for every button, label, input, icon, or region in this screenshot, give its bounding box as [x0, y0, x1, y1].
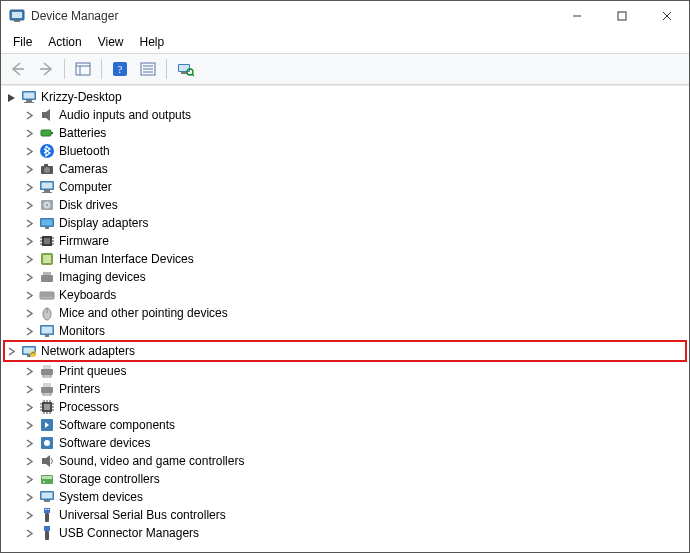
tree-row[interactable]: Audio inputs and outputs	[3, 106, 687, 124]
svg-rect-98	[44, 508, 50, 513]
tree-row[interactable]: Sound, video and game controllers	[3, 452, 687, 470]
svg-rect-91	[42, 458, 46, 464]
expand-icon[interactable]	[23, 491, 35, 503]
device-tree[interactable]: Krizzy-Desktop Audio inputs and outputsB…	[1, 85, 689, 552]
tree-row[interactable]: Print queues	[3, 362, 687, 380]
back-button[interactable]	[5, 56, 31, 82]
tree-row[interactable]: Network adapters	[3, 340, 687, 362]
menu-help[interactable]: Help	[132, 33, 173, 51]
svg-rect-43	[45, 227, 49, 229]
expand-icon[interactable]	[23, 109, 35, 121]
swdev-icon	[39, 435, 55, 451]
printer-icon	[39, 381, 55, 397]
hid-icon	[39, 251, 55, 267]
camera-icon	[39, 161, 55, 177]
properties-button[interactable]	[135, 56, 161, 82]
expand-icon[interactable]	[23, 437, 35, 449]
svg-rect-4	[618, 12, 626, 20]
storage-icon	[39, 471, 55, 487]
disk-icon	[39, 197, 55, 213]
expand-icon[interactable]	[23, 127, 35, 139]
svg-rect-68	[41, 369, 53, 375]
svg-rect-36	[44, 190, 50, 192]
svg-rect-96	[42, 493, 53, 499]
titlebar: Device Manager	[1, 1, 689, 31]
expand-icon[interactable]	[23, 509, 35, 521]
expand-icon[interactable]	[23, 455, 35, 467]
tree-row[interactable]: Storage controllers	[3, 470, 687, 488]
expand-icon[interactable]	[23, 383, 35, 395]
forward-button[interactable]	[33, 56, 59, 82]
expand-icon[interactable]	[23, 145, 35, 157]
expand-icon[interactable]	[23, 289, 35, 301]
expand-icon[interactable]	[23, 217, 35, 229]
help-button[interactable]: ?	[107, 56, 133, 82]
expand-icon[interactable]	[23, 325, 35, 337]
expand-icon[interactable]	[23, 401, 35, 413]
show-list-button[interactable]	[70, 56, 96, 82]
maximize-button[interactable]	[599, 1, 644, 31]
tree-row[interactable]: Firmware	[3, 232, 687, 250]
menu-view[interactable]: View	[90, 33, 132, 51]
tree-item-label: Software components	[59, 418, 175, 432]
svg-rect-102	[44, 526, 50, 531]
expand-icon[interactable]	[23, 181, 35, 193]
sound-icon	[39, 453, 55, 469]
tree-row[interactable]: System devices	[3, 488, 687, 506]
tree-row[interactable]: USB Connector Managers	[3, 524, 687, 542]
expand-icon[interactable]	[23, 365, 35, 377]
expand-icon[interactable]	[23, 253, 35, 265]
svg-point-40	[46, 204, 48, 206]
scan-hardware-button[interactable]	[172, 56, 198, 82]
tree-row[interactable]: Computer	[3, 178, 687, 196]
expand-icon[interactable]	[23, 473, 35, 485]
tree-item-label: Monitors	[59, 324, 105, 338]
svg-rect-53	[43, 255, 51, 263]
svg-rect-55	[43, 272, 51, 275]
svg-rect-24	[24, 93, 35, 99]
svg-rect-93	[42, 476, 52, 479]
device-manager-window: Device Manager File Action View Help	[0, 0, 690, 553]
tree-row[interactable]: Disk drives	[3, 196, 687, 214]
expand-icon[interactable]	[5, 345, 17, 357]
svg-rect-26	[24, 102, 34, 103]
tree-row[interactable]: Human Interface Devices	[3, 250, 687, 268]
svg-rect-100	[48, 509, 50, 510]
tree-item-label: Print queues	[59, 364, 126, 378]
expand-icon[interactable]	[23, 235, 35, 247]
tree-row[interactable]: Batteries	[3, 124, 687, 142]
tree-row[interactable]: Software components	[3, 416, 687, 434]
tree-row[interactable]: Cameras	[3, 160, 687, 178]
tree-row[interactable]: Mice and other pointing devices	[3, 304, 687, 322]
tree-row[interactable]: Printers	[3, 380, 687, 398]
expand-icon[interactable]	[23, 163, 35, 175]
tree-row[interactable]: Display adapters	[3, 214, 687, 232]
expand-icon[interactable]	[23, 419, 35, 431]
tree-row[interactable]: Bluetooth	[3, 142, 687, 160]
tree-item-label: Audio inputs and outputs	[59, 108, 191, 122]
expand-icon[interactable]	[23, 199, 35, 211]
tree-row[interactable]: Processors	[3, 398, 687, 416]
tree-root[interactable]: Krizzy-Desktop	[3, 88, 687, 106]
tree-row[interactable]: Keyboards	[3, 286, 687, 304]
tree-row[interactable]: Universal Serial Bus controllers	[3, 506, 687, 524]
svg-rect-1	[12, 12, 22, 18]
expand-icon[interactable]	[23, 307, 35, 319]
svg-rect-25	[26, 100, 32, 102]
tree-item-label: USB Connector Managers	[59, 526, 199, 540]
tree-row[interactable]: Imaging devices	[3, 268, 687, 286]
expand-icon[interactable]	[23, 271, 35, 283]
svg-rect-73	[43, 393, 51, 395]
close-button[interactable]	[644, 1, 689, 31]
collapse-icon[interactable]	[5, 91, 17, 103]
expand-icon[interactable]	[23, 527, 35, 539]
svg-rect-72	[43, 383, 51, 387]
tree-row[interactable]: Monitors	[3, 322, 687, 340]
tree-row[interactable]: Software devices	[3, 434, 687, 452]
menu-file[interactable]: File	[5, 33, 40, 51]
monitor-icon	[39, 323, 55, 339]
minimize-button[interactable]	[554, 1, 599, 31]
tree-item-label: Firmware	[59, 234, 109, 248]
svg-rect-103	[45, 531, 49, 540]
menu-action[interactable]: Action	[40, 33, 89, 51]
